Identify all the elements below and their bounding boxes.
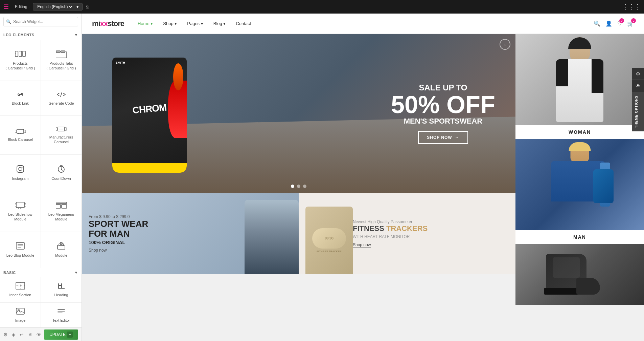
search-nav-icon[interactable]: 🔍 xyxy=(594,20,600,27)
nav-item-pages[interactable]: Pages ▾ xyxy=(187,21,203,26)
svg-rect-34 xyxy=(59,244,64,246)
products-carousel-grid-icon xyxy=(15,50,26,59)
grid-icon[interactable]: ⋮⋮⋮ xyxy=(622,3,641,10)
svg-point-19 xyxy=(19,167,22,171)
sidebar-item-inner-section[interactable]: Inner Section xyxy=(0,277,41,302)
slider-dot-1[interactable] xyxy=(291,185,294,188)
language-dropdown[interactable]: English (English) xyxy=(36,4,73,9)
slider-settings-icon[interactable]: ○ xyxy=(500,39,510,50)
basic-section-header[interactable]: BASIC ▼ xyxy=(0,268,82,277)
leo-slideshow-label: Leo Slideshow Module xyxy=(3,212,38,222)
sidebar-item-manufacturers-carousel[interactable]: Manufacturers Carousel xyxy=(41,116,82,154)
hero-jersey-container: CHROM SMITH xyxy=(99,41,200,190)
main-layout: 🔍 LEO ELEMENTS ▼ xyxy=(0,14,644,341)
banner-sport-title: SPORT WEARFOR MAN xyxy=(89,219,148,238)
hero-percent-text: 50% OFF xyxy=(391,92,495,117)
right-panels: WOMAN xyxy=(515,34,644,341)
theme-eye-icon[interactable]: 👁 xyxy=(632,80,644,92)
module-icon xyxy=(56,242,66,251)
responsive-icon[interactable]: 🖥 xyxy=(28,332,32,337)
sidebar-item-image[interactable]: Image xyxy=(0,303,41,327)
hero-background: CHROM SMITH SALE UP TO 50 xyxy=(82,34,515,193)
basic-collapse-icon: ▼ xyxy=(74,271,78,275)
products-carousel-grid-label: Products( Carousel / Grid ) xyxy=(5,61,35,71)
banner-fitness-trackers: 08:08 FITNESS TRACKER Newest High Qualit… xyxy=(299,193,515,274)
slider-dot-2[interactable] xyxy=(297,185,300,188)
nav-item-blog[interactable]: Blog ▾ xyxy=(213,21,226,26)
leo-elements-header[interactable]: LEO ELEMENTS ▼ xyxy=(0,30,82,40)
man-panel-label[interactable]: MAN xyxy=(515,230,644,244)
sidebar-item-products-carousel-grid[interactable]: Products( Carousel / Grid ) xyxy=(0,40,41,81)
update-button[interactable]: UPDATE + xyxy=(44,329,78,340)
banner-shop-now-left[interactable]: Shop now xyxy=(89,248,107,253)
preview-icon[interactable]: 👁 xyxy=(37,332,41,337)
sidebar-item-products-tabs[interactable]: Products Tabs( Carousel / Grid ) xyxy=(41,40,82,81)
banner-price-range: From $ 9.90 to $ 299.0 xyxy=(89,214,148,219)
manufacturers-carousel-label: Manufacturers Carousel xyxy=(44,135,79,145)
woman-panel-image[interactable] xyxy=(515,34,644,125)
leo-blog-icon xyxy=(16,242,25,251)
svg-rect-35 xyxy=(60,242,62,244)
sidebar-item-module[interactable]: Module xyxy=(41,232,82,268)
undo-icon[interactable]: ↩ xyxy=(20,332,24,337)
svg-rect-27 xyxy=(56,205,61,208)
svg-point-24 xyxy=(20,208,21,209)
banner-fitness-sub: Newest High Quality Passometer xyxy=(353,219,428,224)
woman-panel-label[interactable]: WOMAN xyxy=(515,125,644,139)
sidebar-item-leo-megamenu[interactable]: Leo Megamenu Module xyxy=(41,191,82,232)
language-selector[interactable]: English (English) ▼ xyxy=(33,3,83,10)
sidebar-item-block-carousel[interactable]: Block Carousel xyxy=(0,116,41,154)
store-content: CHROM SMITH SALE UP TO 50 xyxy=(82,34,644,341)
block-link-icon xyxy=(16,91,25,99)
nav-item-home[interactable]: Home ▾ xyxy=(138,21,153,26)
search-input[interactable] xyxy=(3,17,78,26)
nav-item-contact[interactable]: Contact xyxy=(236,21,251,26)
copy-icon[interactable]: ⎘ xyxy=(86,4,89,9)
hero-shop-button[interactable]: SHOP NOW → xyxy=(418,131,468,144)
hero-category-text: MEN'S SPORTSWEAR xyxy=(391,117,495,126)
store-header: mixxstore Home ▾ Shop ▾ Pages ▾ Blog ▾ C… xyxy=(82,14,644,34)
sidebar-item-text-editor[interactable]: Text Editor xyxy=(41,303,82,327)
account-icon[interactable]: 👤 xyxy=(605,20,612,27)
text-editor-icon xyxy=(56,307,66,316)
settings-icon[interactable]: ⚙ xyxy=(3,332,8,337)
hamburger-icon[interactable]: ☰ xyxy=(3,3,9,10)
svg-rect-18 xyxy=(17,166,24,172)
svg-rect-8 xyxy=(17,129,24,133)
heading-icon: H xyxy=(56,282,66,291)
nav-item-shop[interactable]: Shop ▾ xyxy=(163,21,177,26)
cart-icon[interactable]: 🛒 0 xyxy=(627,20,634,27)
store-nav: Home ▾ Shop ▾ Pages ▾ Blog ▾ Contact xyxy=(138,21,580,26)
sidebar-item-leo-blog[interactable]: Leo Blog Module xyxy=(0,232,41,268)
leo-blog-label: Leo Blog Module xyxy=(6,253,34,258)
sidebar-item-leo-slideshow[interactable]: Leo Slideshow Module xyxy=(0,191,41,232)
basic-label: BASIC xyxy=(3,271,16,275)
shoe-panel-image[interactable] xyxy=(515,244,644,305)
sidebar-item-instagram[interactable]: Instagram xyxy=(0,155,41,191)
sidebar-item-generate-code[interactable]: Generate Code xyxy=(41,81,82,116)
leo-elements-label: LEO ELEMENTS xyxy=(3,33,34,37)
theme-options-panel: ⚙ 👁 THEME OPTIONS xyxy=(632,68,644,131)
diamond-icon[interactable]: ◈ xyxy=(12,332,16,337)
leo-slideshow-icon xyxy=(15,201,26,210)
banner-fitness-title: FITNESS TRACKERS xyxy=(353,224,428,233)
left-content: CHROM SMITH SALE UP TO 50 xyxy=(82,34,515,341)
sidebar-item-countdown[interactable]: CountDown xyxy=(41,155,82,191)
wishlist-icon[interactable]: ♡ 0 xyxy=(617,20,622,27)
block-carousel-label: Block Carousel xyxy=(8,137,33,142)
slider-dot-3[interactable] xyxy=(303,185,306,188)
leo-megamenu-label: Leo Megamenu Module xyxy=(44,212,79,222)
hero-text-container: SALE UP TO 50% OFF MEN'S SPORTSWEAR SHOP… xyxy=(391,83,495,144)
sidebar-item-block-link[interactable]: Block Link xyxy=(0,81,41,116)
update-plus-icon: + xyxy=(67,332,73,338)
theme-gear-icon[interactable]: ⚙ xyxy=(632,68,644,80)
banner-shop-now-right[interactable]: Shop now xyxy=(353,242,371,248)
leo-megamenu-icon xyxy=(56,201,67,210)
hero-slider[interactable]: CHROM SMITH SALE UP TO 50 xyxy=(82,34,515,193)
sidebar-item-heading[interactable]: H Heading xyxy=(41,277,82,302)
man-panel-image[interactable] xyxy=(515,139,644,230)
theme-options-label[interactable]: THEME OPTIONS xyxy=(632,92,644,131)
widget-grid: Products( Carousel / Grid ) Products Tab… xyxy=(0,40,82,268)
man-figure-container xyxy=(515,139,644,230)
svg-point-23 xyxy=(18,208,19,209)
